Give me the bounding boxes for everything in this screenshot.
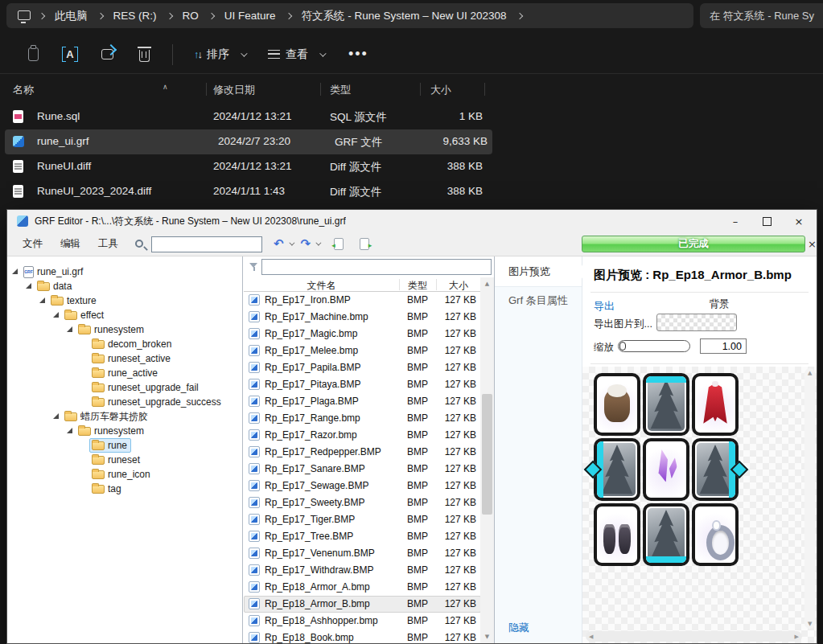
export-link[interactable]: 导出: [594, 299, 615, 314]
breadcrumb-item[interactable]: 此电脑: [50, 6, 109, 27]
grf-file-row[interactable]: Rp_Ep17_Tiger.BMP BMP 127 KB: [244, 511, 481, 528]
menu-tools[interactable]: 工具: [91, 234, 126, 254]
tree-row[interactable]: runeset_upgrade_fail: [7, 380, 242, 395]
file-row[interactable]: RuneUI_2023_2024.diff 2024/1/11 1:43 Dif…: [0, 179, 823, 204]
tree-expand-icon[interactable]: [26, 283, 32, 289]
tree-node[interactable]: runeset: [89, 453, 144, 467]
grf-file-row[interactable]: Rp_Ep17_Razor.bmp BMP 127 KB: [244, 427, 481, 444]
zoom-slider-thumb[interactable]: [619, 342, 626, 351]
grf-file-row[interactable]: Rp_Ep17_Sewage.BMP BMP 127 KB: [244, 478, 481, 494]
tree-row[interactable]: rune_icon: [7, 467, 242, 482]
tree-row[interactable]: rune_active: [7, 366, 242, 380]
list-scrollbar[interactable]: ▲ ▼: [480, 277, 494, 643]
tree-expand-icon[interactable]: [67, 428, 73, 434]
grf-file-row[interactable]: Rp_Ep18_Armor_A.bmp BMP 127 KB: [244, 579, 481, 596]
tree-row[interactable]: runeset_upgrade_success: [7, 395, 242, 409]
grf-file-row[interactable]: Rp_Ep18_Ashhopper.bmp BMP 127 KB: [244, 613, 481, 630]
column-type[interactable]: 类型: [330, 83, 351, 97]
preview-vertical-scrollbar[interactable]: ▲ ▼: [804, 368, 815, 629]
column-size[interactable]: 大小: [436, 279, 481, 293]
grf-file-row[interactable]: Rp_Ep17_Melee.bmp BMP 127 KB: [244, 343, 481, 359]
grf-file-row[interactable]: Rp_Ep17_Redpepper.BMP BMP 127 KB: [244, 444, 481, 461]
tree-row[interactable]: runesystem: [7, 322, 242, 337]
tree-row[interactable]: runeset_active: [7, 351, 242, 366]
grf-search-input[interactable]: [151, 236, 262, 252]
scroll-left-icon[interactable]: ◀: [589, 634, 593, 640]
search-icon[interactable]: [135, 240, 143, 248]
redo-icon[interactable]: ↷: [301, 238, 311, 250]
tree-row[interactable]: tag: [7, 482, 242, 496]
tree-node[interactable]: effect: [62, 308, 108, 322]
image-preview-canvas[interactable]: ▲ ▼ ◀ ▶: [582, 367, 817, 643]
tab-image-preview[interactable]: 图片预览: [495, 256, 582, 287]
tree-node[interactable]: runeset_active: [89, 351, 175, 366]
filter-input[interactable]: [261, 259, 492, 275]
tree-node[interactable]: GRF rune_ui.grf: [21, 265, 87, 280]
grf-file-row[interactable]: Rp_Ep17_Machine.bmp BMP 127 KB: [244, 309, 481, 326]
tree-row[interactable]: runeset: [7, 453, 242, 467]
column-name[interactable]: 名称: [13, 83, 34, 97]
grf-file-row[interactable]: Rp_Ep17_Sweety.BMP BMP 127 KB: [244, 494, 481, 511]
column-type[interactable]: 类型: [399, 279, 436, 293]
hide-link[interactable]: 隐藏: [508, 621, 529, 635]
scroll-down-icon[interactable]: ▼: [808, 621, 812, 627]
rename-button[interactable]: A: [51, 40, 88, 69]
grf-file-row[interactable]: Rp_Ep17_Sanare.BMP BMP 127 KB: [244, 461, 481, 478]
sort-button[interactable]: ↑↓ 排序: [183, 47, 257, 62]
add-file-icon[interactable]: [334, 238, 344, 250]
tree-expand-icon[interactable]: [53, 312, 60, 318]
scroll-up-icon[interactable]: ▲: [808, 370, 812, 376]
undo-dropdown-icon[interactable]: [289, 240, 294, 246]
file-row[interactable]: rune_ui.grf 2024/2/7 23:20 GRF 文件 9,633 …: [5, 129, 492, 154]
paste-button[interactable]: [14, 40, 51, 69]
grf-file-row[interactable]: Rp_Ep17_Iron.BMP BMP 127 KB: [244, 292, 481, 309]
preview-horizontal-scrollbar[interactable]: ◀ ▶: [586, 631, 802, 642]
tree-node[interactable]: decom_broken: [89, 337, 175, 351]
tree-row[interactable]: texture: [7, 293, 242, 308]
close-button[interactable]: ×: [792, 215, 805, 228]
grf-file-row[interactable]: Rp_Ep17_Papila.BMP BMP 127 KB: [244, 359, 481, 376]
grf-file-row[interactable]: Rp_Ep17_Pitaya.BMP BMP 127 KB: [244, 376, 481, 393]
grf-titlebar[interactable]: GRF Editor - R:\...\符文系统 - Rune System –…: [7, 210, 817, 232]
explorer-search-input[interactable]: 在 符文系统 - Rune Sy: [700, 3, 823, 28]
tree-node[interactable]: 蜡历车磐其捞胶: [62, 408, 152, 425]
undo-icon[interactable]: ↶: [274, 238, 284, 250]
menu-edit[interactable]: 编辑: [53, 234, 88, 254]
redo-dropdown-icon[interactable]: [316, 240, 322, 246]
scroll-down-icon[interactable]: ▼: [480, 630, 494, 643]
grf-file-row[interactable]: Rp_Ep17_Range.bmp BMP 127 KB: [244, 410, 481, 427]
tree-node[interactable]: tag: [89, 482, 126, 496]
tree-row[interactable]: GRF rune_ui.grf: [7, 265, 242, 279]
breadcrumb-item[interactable]: RO: [178, 6, 220, 25]
tree-row[interactable]: effect: [7, 308, 242, 322]
grf-file-row[interactable]: Rp_Ep18_Book.bmp BMP 127 KB: [244, 630, 481, 643]
minimize-button[interactable]: –: [729, 215, 742, 228]
breadcrumb-item[interactable]: UI Feature: [220, 6, 297, 25]
grf-file-row[interactable]: Rp_Ep17_Magic.bmp BMP 127 KB: [244, 326, 481, 343]
tree-expand-icon[interactable]: [53, 413, 60, 420]
tree-row[interactable]: 蜡历车磐其捞胶: [7, 409, 242, 424]
tree-row[interactable]: decom_broken: [7, 337, 242, 351]
tree-node[interactable]: rune_icon: [89, 467, 154, 482]
grf-file-row[interactable]: Rp_Ep17_Withdraw.BMP BMP 127 KB: [244, 562, 481, 579]
menu-file[interactable]: 文件: [15, 234, 50, 254]
tree-expand-icon[interactable]: [39, 297, 46, 304]
scroll-up-icon[interactable]: ▲: [480, 277, 494, 290]
grf-file-row[interactable]: Rp_Ep17_Tree.BMP BMP 127 KB: [244, 528, 481, 545]
grf-file-row[interactable]: Rp_Ep17_Plaga.BMP BMP 127 KB: [244, 393, 481, 410]
tree-node[interactable]: runeset_upgrade_success: [89, 395, 225, 409]
tree-node[interactable]: data: [35, 279, 76, 293]
tree-node[interactable]: texture: [48, 293, 101, 308]
scrollbar-thumb[interactable]: [482, 394, 492, 515]
tree-row[interactable]: runesystem: [7, 424, 242, 438]
tree-node[interactable]: runesystem: [76, 424, 148, 438]
background-swatch-button[interactable]: [656, 314, 737, 331]
more-options-button[interactable]: •••: [335, 46, 381, 63]
tree-node[interactable]: runeset_upgrade_fail: [89, 380, 203, 395]
share-button[interactable]: [88, 40, 126, 69]
tree-expand-icon[interactable]: [67, 326, 73, 333]
tree-node[interactable]: rune: [89, 438, 131, 453]
zoom-slider[interactable]: [618, 340, 690, 352]
export-to-label[interactable]: 导出图片到...: [594, 318, 652, 331]
zoom-value-input[interactable]: [700, 338, 747, 354]
